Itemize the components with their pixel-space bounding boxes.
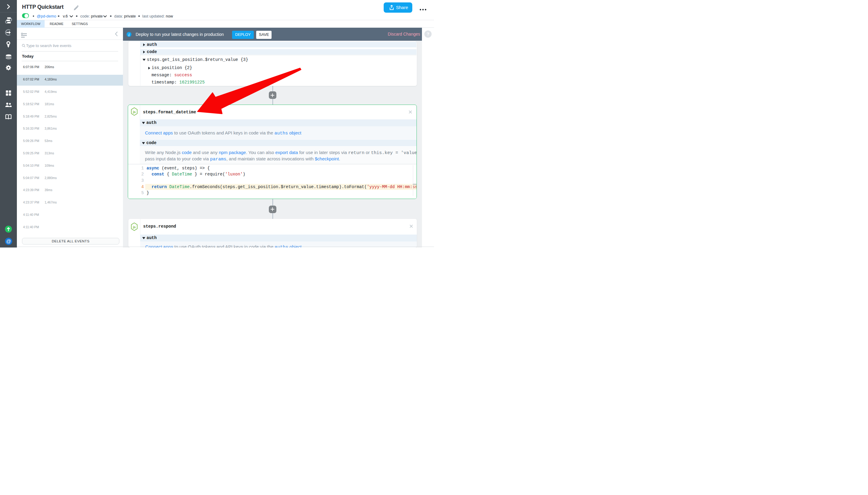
svg-text:@: @ — [6, 239, 11, 244]
svg-text:js: js — [133, 225, 136, 228]
svg-text:js: js — [133, 110, 136, 113]
